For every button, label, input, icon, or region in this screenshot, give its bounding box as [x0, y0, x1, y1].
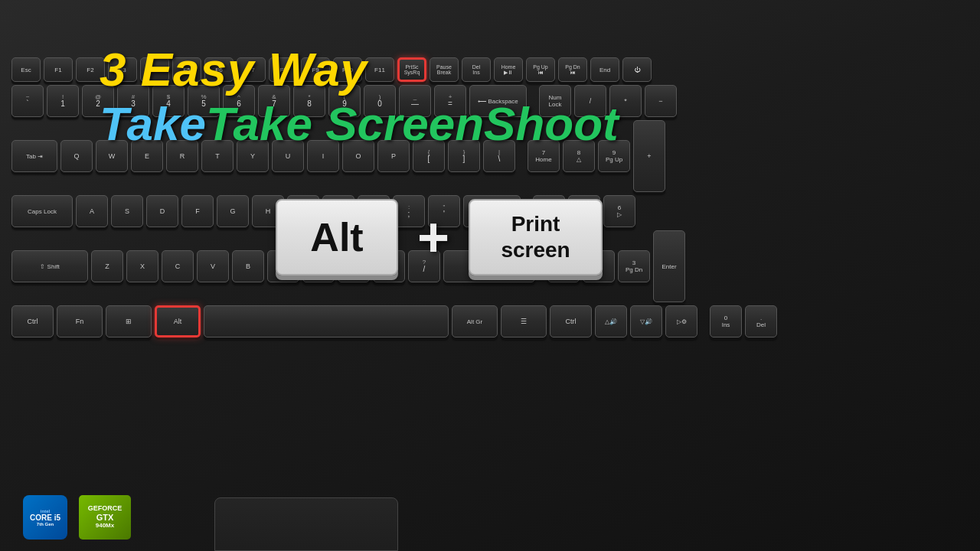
title-overlay: 3 Easy Way Take Take ScreenShoot	[100, 42, 619, 151]
key-ctrl-right[interactable]: Ctrl	[550, 305, 592, 337]
key-f1[interactable]: F1	[44, 57, 73, 82]
key-numminus[interactable]: −	[645, 85, 677, 117]
key-x[interactable]: X	[126, 250, 158, 282]
key-b[interactable]: B	[232, 250, 264, 282]
key-ctrl-left[interactable]: Ctrl	[11, 305, 54, 337]
key-esc[interactable]: Esc	[11, 57, 41, 82]
bottom-row: Ctrl Fn ⊞ Alt Alt Gr ☰ Ctrl △🔊 ▽🔊 ▷⚙ 0In…	[11, 305, 969, 337]
big-printscreen-key[interactable]: Print screen	[469, 199, 603, 276]
big-alt-key[interactable]: Alt	[276, 199, 398, 276]
nvidia-logo: GEFORCEGTX940Mx	[79, 495, 131, 540]
key-d[interactable]: D	[146, 195, 178, 227]
intel-logo: intel CORE i5 7th Gen	[23, 495, 67, 540]
key-a[interactable]: A	[76, 195, 108, 227]
key-num6[interactable]: 6▷	[603, 195, 635, 227]
key-power[interactable]: ⏻	[622, 57, 652, 82]
key-backtick[interactable]: ~`	[11, 85, 44, 117]
key-altgr[interactable]: Alt Gr	[452, 305, 498, 337]
plus-icon: +	[417, 206, 449, 269]
key-num0[interactable]: 0Ins	[710, 305, 742, 337]
key-menu[interactable]: ☰	[501, 305, 547, 337]
key-c[interactable]: C	[162, 250, 194, 282]
key-s[interactable]: S	[111, 195, 143, 227]
key-f[interactable]: F	[181, 195, 214, 227]
key-q[interactable]: Q	[60, 140, 93, 172]
key-space[interactable]	[204, 305, 449, 337]
key-1[interactable]: !1	[47, 85, 79, 117]
title-number: 3 Easy Way	[100, 43, 368, 96]
key-vol-up[interactable]: △🔊	[595, 305, 627, 337]
key-vol-down[interactable]: ▽🔊	[630, 305, 662, 337]
key-shift-left[interactable]: ⇧ Shift	[11, 250, 88, 282]
key-g[interactable]: G	[217, 195, 249, 227]
key-numenter[interactable]: Enter	[653, 230, 685, 302]
title-take: Take	[100, 96, 206, 151]
key-windows[interactable]: ⊞	[106, 305, 152, 337]
key-numplus[interactable]: +	[633, 120, 665, 192]
key-combo-overlay: Alt + Print screen	[276, 199, 603, 276]
key-fn[interactable]: Fn	[57, 305, 103, 337]
touchpad[interactable]	[214, 497, 398, 551]
title-screenshot: Take ScreenShoot	[206, 96, 619, 151]
key-alt-left[interactable]: Alt	[155, 305, 201, 337]
key-num3[interactable]: 3Pg Dn	[618, 250, 650, 282]
title-line1: 3 Easy Way	[100, 42, 619, 96]
key-play[interactable]: ▷⚙	[665, 305, 697, 337]
key-numdel[interactable]: .Del	[745, 305, 777, 337]
key-tab[interactable]: Tab ⇥	[11, 140, 57, 172]
key-z[interactable]: Z	[91, 250, 123, 282]
bottom-logos: intel CORE i5 7th Gen GEFORCEGTX940Mx	[23, 495, 131, 540]
key-v[interactable]: V	[197, 250, 229, 282]
key-capslock[interactable]: Caps Lock	[11, 195, 73, 227]
